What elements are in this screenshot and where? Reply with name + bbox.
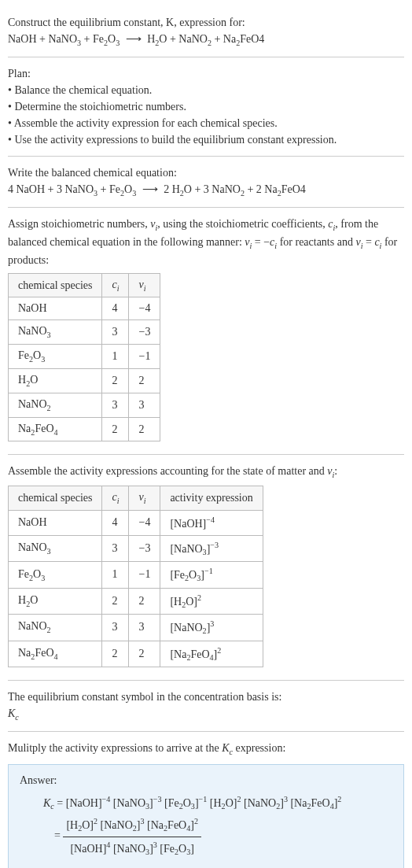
section-prompt: Construct the equilibrium constant, K, e… (8, 6, 404, 57)
balanced-title: Write the balanced chemical equation: (8, 164, 404, 181)
table-row: NaNO233[NaNO2]3 (9, 615, 263, 641)
table-row: Fe2O31−1 (9, 345, 160, 369)
table-row: Fe2O31−1[Fe2O3]−1 (9, 562, 263, 588)
plan-bullet-3: • Assemble the activity expression for e… (8, 115, 404, 131)
table-row: Na2FeO422 (9, 417, 160, 441)
table-row: NaNO33−3 (9, 320, 160, 345)
fraction-numerator: [H2O]2 [NaNO2]3 [Na2FeO4]2 (63, 814, 201, 837)
final-text: Mulitply the activity expressions to arr… (8, 740, 404, 758)
answer-equation-line-2: = [H2O]2 [NaNO2]3 [Na2FeO4]2 [NaOH]4 [Na… (20, 814, 392, 859)
table-header-row: chemical species ci νi activity expressi… (9, 486, 263, 511)
col-ci: ci (102, 486, 129, 511)
activity-table: chemical species ci νi activity expressi… (8, 486, 263, 667)
section-plan: Plan: • Balance the chemical equation. •… (8, 57, 404, 157)
table-row: NaOH4−4 (9, 297, 160, 320)
text: Construct the equilibrium constant, K, e… (8, 17, 245, 28)
plan-bullet-4: • Use the activity expressions to build … (8, 131, 404, 148)
table-row: NaOH4−4[NaOH]−4 (9, 511, 263, 536)
section-kc-symbol: The equilibrium constant symbol in the c… (8, 681, 404, 732)
stoich-table: chemical species ci νi NaOH4−4 NaNO33−3 … (8, 273, 160, 442)
section-activity: Assemble the activity expressions accoun… (8, 455, 404, 681)
col-species: chemical species (9, 273, 102, 297)
section-balanced: Write the balanced chemical equation: 4 … (8, 157, 404, 208)
col-activity: activity expression (160, 486, 263, 511)
plan-bullet-1: • Balance the chemical equation. (8, 82, 404, 98)
prompt-equation: NaOH + NaNO3 + Fe2O3 ⟶ H2O + NaNO2 + Na2… (8, 31, 404, 49)
balanced-equation: 4 NaOH + 3 NaNO3 + Fe2O3 ⟶ 2 H2O + 3 NaN… (8, 181, 404, 199)
col-ci: ci (102, 273, 129, 297)
plan-title: Plan: (8, 65, 404, 82)
kc-symbol: Kc (8, 705, 404, 723)
arrow-icon: ⟶ (139, 181, 161, 198)
answer-equation-line-1: Kc = [NaOH]−4 [NaNO3]−3 [Fe2O3]−1 [H2O]2… (20, 792, 392, 814)
arrow-icon: ⟶ (123, 31, 145, 47)
plan-bullet-2: • Determine the stoichiometric numbers. (8, 98, 404, 115)
activity-text: Assemble the activity expressions accoun… (8, 463, 404, 481)
section-stoich: Assign stoichiometric numbers, νi, using… (8, 208, 404, 456)
stoich-text: Assign stoichiometric numbers, νi, using… (8, 216, 404, 268)
fraction-denominator: [NaOH]4 [NaNO3]3 [Fe2O3] (63, 837, 201, 860)
kc-text: The equilibrium constant symbol in the c… (8, 689, 404, 705)
table-row: NaNO233 (9, 393, 160, 417)
fraction: [H2O]2 [NaNO2]3 [Na2FeO4]2 [NaOH]4 [NaNO… (63, 814, 201, 859)
table-row: Na2FeO422[Na2FeO4]2 (9, 641, 263, 667)
table-header-row: chemical species ci νi (9, 273, 160, 297)
table-row: NaNO33−3[NaNO3]−3 (9, 535, 263, 561)
col-vi: νi (129, 486, 160, 511)
table-row: H2O22 (9, 369, 160, 393)
answer-box: Answer: Kc = [NaOH]−4 [NaNO3]−3 [Fe2O3]−… (8, 764, 404, 868)
answer-title: Answer: (20, 774, 392, 787)
col-species: chemical species (9, 486, 102, 511)
prompt-line-1: Construct the equilibrium constant, K, e… (8, 14, 404, 31)
table-row: H2O22[H2O]2 (9, 588, 263, 614)
col-vi: νi (129, 273, 160, 297)
section-final: Mulitply the activity expressions to arr… (8, 732, 404, 868)
